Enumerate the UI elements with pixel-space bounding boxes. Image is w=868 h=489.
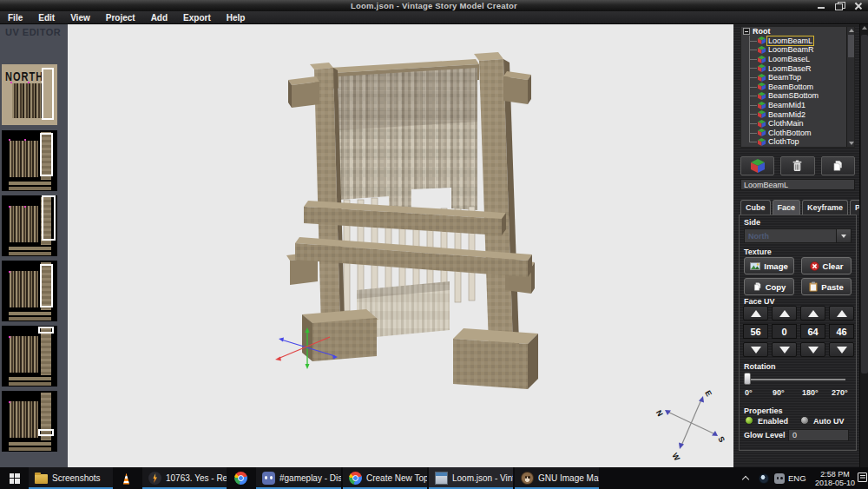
scroll-up-icon[interactable]: [849, 29, 854, 32]
taskbar-item-chrome[interactable]: [228, 467, 254, 489]
uv-thumbnail[interactable]: [2, 261, 57, 321]
uv-y2-value[interactable]: 46: [829, 324, 854, 339]
restore-icon[interactable]: [834, 1, 845, 10]
scroll-down-icon[interactable]: [849, 142, 854, 145]
taskbar-item-model-creator[interactable]: Loom.json - Vintag...: [429, 467, 513, 489]
duplicate-element-button[interactable]: [821, 156, 855, 175]
menu-view[interactable]: View: [62, 13, 98, 23]
slider-thumb[interactable]: [744, 373, 751, 385]
uv-point[interactable]: [10, 82, 12, 83]
uv-selection-rect[interactable]: [40, 133, 53, 176]
uv-point[interactable]: [9, 336, 10, 338]
menu-project[interactable]: Project: [98, 13, 143, 23]
uv-selection-rect[interactable]: [38, 429, 54, 436]
texture-copy-button[interactable]: Copy: [744, 278, 794, 295]
uv-increment-button[interactable]: [829, 306, 854, 320]
taskbar-item-discord[interactable]: #gameplay - Discord: [256, 467, 341, 489]
rotation-slider[interactable]: [743, 372, 852, 387]
menu-file[interactable]: File: [0, 13, 30, 23]
tree-item-beammid1[interactable]: BeamMid1: [741, 101, 854, 110]
notification-center-icon[interactable]: [858, 472, 867, 482]
taskbar-item-browser-topic[interactable]: 10763. Yes - Real Lo...: [142, 467, 227, 489]
tree-item-beamtop[interactable]: BeamTop: [741, 73, 854, 83]
tree-item-loombeaml[interactable]: LoomBeamL: [741, 36, 854, 46]
uv-selection-rect[interactable]: [42, 68, 54, 120]
delete-element-button[interactable]: [780, 156, 814, 175]
auto-uv-indicator-icon[interactable]: [800, 416, 809, 425]
uv-increment-button[interactable]: [743, 306, 768, 320]
texture-paste-button[interactable]: Paste: [801, 278, 852, 295]
tray-expand-icon[interactable]: [743, 475, 749, 481]
uv-increment-button[interactable]: [772, 306, 797, 320]
uv-selection-rect[interactable]: [42, 195, 56, 241]
loom-model-canvas[interactable]: N E S W: [68, 24, 733, 467]
uv-thumbnail[interactable]: [2, 391, 57, 452]
panel-scrollbar[interactable]: [859, 24, 868, 467]
close-icon[interactable]: [852, 1, 864, 10]
taskbar-item-create-topic[interactable]: Create New Topic -...: [343, 467, 427, 489]
uv-decrement-button[interactable]: [829, 342, 854, 357]
viewport-3d[interactable]: N E S W: [68, 24, 733, 467]
tree-item-beambottom[interactable]: BeamBottom: [741, 83, 854, 92]
scroll-thumb[interactable]: [861, 35, 868, 373]
tree-item-beamsbottom[interactable]: BeamSBottom: [741, 91, 854, 101]
minimize-icon[interactable]: [816, 1, 827, 10]
slider-track[interactable]: [745, 379, 845, 380]
scroll-thumb[interactable]: [848, 35, 854, 57]
texture-clear-button[interactable]: Clear: [801, 257, 852, 274]
uv-x2-value[interactable]: 64: [800, 324, 825, 339]
start-button[interactable]: [0, 467, 29, 489]
uv-point[interactable]: [28, 82, 30, 83]
taskbar-item-screenshots[interactable]: Screenshots: [29, 467, 113, 489]
uv-thumbnail[interactable]: [2, 130, 57, 191]
menu-edit[interactable]: Edit: [30, 13, 62, 23]
steam-tray-icon[interactable]: [759, 473, 769, 484]
taskbar-item-vlc[interactable]: [115, 467, 141, 489]
uv-x1-value[interactable]: 56: [743, 324, 768, 339]
tree-item-loombasel[interactable]: LoomBaseL: [741, 55, 854, 64]
uv-point[interactable]: [9, 401, 10, 403]
menu-add[interactable]: Add: [143, 13, 175, 23]
chevron-down-icon[interactable]: [836, 229, 851, 242]
uv-y1-value[interactable]: 0: [772, 324, 797, 339]
loom-model[interactable]: [286, 52, 538, 389]
uv-point[interactable]: [9, 271, 10, 273]
clock[interactable]: 2:58 PM 2018-05-10: [812, 470, 858, 487]
uv-decrement-button[interactable]: [800, 342, 825, 357]
uv-point[interactable]: [9, 206, 10, 208]
uv-thumbnail[interactable]: [2, 195, 57, 256]
uv-thumbnail[interactable]: [2, 326, 57, 387]
menu-export[interactable]: Export: [175, 13, 219, 23]
menu-help[interactable]: Help: [219, 13, 253, 23]
uv-point[interactable]: [24, 139, 26, 141]
tree-item-clothbottom[interactable]: ClothBottom: [741, 129, 854, 138]
tab-keyframe[interactable]: Keyframe: [802, 200, 848, 215]
language-indicator[interactable]: ENG: [788, 473, 806, 483]
tree-scrollbar[interactable]: [846, 27, 854, 147]
uv-selection-rect[interactable]: [38, 327, 54, 334]
tree-item-loombeamr[interactable]: LoomBeamR: [741, 45, 854, 55]
uv-point[interactable]: [9, 139, 10, 141]
tab-cube[interactable]: Cube: [740, 200, 771, 215]
add-cube-button[interactable]: [740, 156, 774, 175]
collapse-icon[interactable]: [743, 28, 750, 35]
uv-thumbnail-north[interactable]: NORTH: [2, 64, 57, 125]
tab-face[interactable]: Face: [773, 200, 801, 215]
uv-increment-button[interactable]: [800, 306, 825, 320]
uv-point[interactable]: [24, 206, 26, 208]
enabled-indicator-icon[interactable]: [745, 416, 753, 425]
side-dropdown[interactable]: North: [744, 228, 852, 243]
compass-widget[interactable]: N E S W: [654, 389, 727, 463]
tree-item-beammid2[interactable]: BeamMid2: [741, 109, 854, 119]
uv-decrement-button[interactable]: [743, 342, 768, 357]
tree-item-loombaser[interactable]: LoomBaseR: [741, 63, 854, 73]
scroll-up-icon[interactable]: [862, 26, 867, 30]
element-name-field[interactable]: LoomBeamL: [740, 179, 855, 190]
uv-decrement-button[interactable]: [772, 342, 797, 357]
texture-image-button[interactable]: Image: [744, 257, 794, 274]
tree-item-clothtop[interactable]: ClothTop: [741, 137, 854, 147]
glow-level-field[interactable]: 0: [788, 429, 849, 441]
uv-selection-rect[interactable]: [40, 264, 53, 307]
tree-item-clothmain[interactable]: ClothMain: [741, 119, 854, 129]
discord-tray-icon[interactable]: [774, 473, 785, 484]
